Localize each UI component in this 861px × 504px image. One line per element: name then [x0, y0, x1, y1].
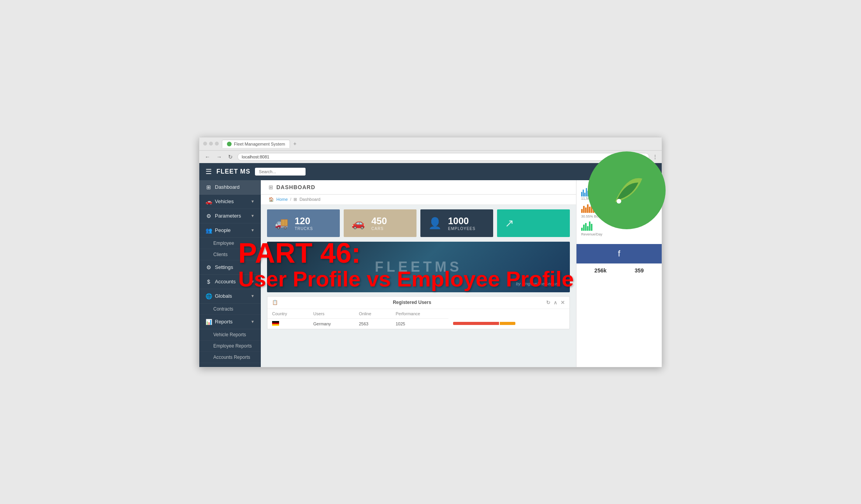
sidebar-item-parameters[interactable]: ⚙ Parameters ▼	[199, 209, 261, 223]
germany-country-name: Germany	[313, 321, 331, 326]
sidebar-item-label-globals: Globals	[215, 293, 248, 299]
fleetms-banner: FLEETMS by KingsonTheGenius	[267, 242, 570, 292]
sidebar-sub-item-clients[interactable]: Clients	[199, 249, 261, 260]
sidebar-sub-item-accounts-reports[interactable]: Accounts Reports	[199, 352, 261, 363]
sidebar-sub-item-employee-reports[interactable]: Employee Reports	[199, 341, 261, 352]
cars-icon: 🚗	[351, 217, 365, 230]
facebook-stats: 256k 359	[576, 263, 662, 277]
browser-dot-min[interactable]	[209, 142, 213, 146]
tab-favicon	[227, 142, 232, 146]
trucks-label: TRUCKS	[295, 227, 313, 231]
users-cell: Germany	[309, 318, 354, 329]
home-icon: 🏠	[269, 197, 274, 202]
accounts-reports-label: Accounts Reports	[213, 355, 250, 360]
bounce-bar-1	[581, 209, 583, 213]
breadcrumb-home[interactable]: Home	[276, 197, 288, 202]
nav-refresh-button[interactable]: ↻	[227, 153, 234, 161]
perf-bar-yellow	[500, 322, 515, 325]
reports-arrow-icon: ▼	[251, 320, 255, 324]
nav-forward-button[interactable]: →	[215, 153, 223, 161]
sidebar-item-globals[interactable]: 🌐 Globals ▼	[199, 289, 261, 304]
sidebar-item-people[interactable]: 👥 People ▼	[199, 223, 261, 238]
clients-label: Clients	[213, 252, 228, 257]
bounce-bar-3	[585, 207, 587, 213]
hamburger-icon[interactable]: ☰	[206, 167, 212, 176]
tab-add-button[interactable]: +	[293, 140, 296, 147]
sidebar-item-vehicles[interactable]: 🚗 Vehicles ▼	[199, 195, 261, 209]
search-input[interactable]	[255, 168, 306, 176]
settings-icon: ⚙	[206, 264, 212, 270]
facebook-panel[interactable]: f	[576, 244, 662, 263]
widget-close-icon[interactable]: ✕	[561, 300, 565, 306]
sidebar-item-accounts[interactable]: $ Accounts ▼	[199, 275, 261, 289]
dashboard-header-icon: ⊞	[269, 184, 273, 190]
col-country: Country	[267, 309, 309, 319]
employees-icon: 👤	[428, 217, 442, 230]
browser-tab[interactable]: Fleet Management System	[222, 140, 290, 148]
table-row: Germany 2563 1025	[267, 318, 569, 329]
widget-refresh-icon[interactable]: ↻	[546, 300, 550, 306]
stat-card-fourth[interactable]: ↗	[497, 209, 570, 237]
widget-header: 📋 Registered Users ↻ ∧ ✕	[267, 297, 569, 309]
sidebar-sub-item-vehicle-reports[interactable]: Vehicle Reports	[199, 329, 261, 341]
fb-likes-value: 256k	[594, 267, 606, 274]
widget-actions: ↻ ∧ ✕	[546, 300, 565, 306]
main-header: ⊞ DASHBOARD	[261, 180, 576, 195]
sidebar-item-dashboard[interactable]: ⊞ Dashboard	[199, 180, 261, 195]
browser-titlebar: Fleet Management System +	[199, 137, 662, 151]
sidebar-sub-item-employee[interactable]: Employee	[199, 238, 261, 249]
sidebar-item-reports[interactable]: 📊 Reports ▼	[199, 315, 261, 329]
stat-card-employees[interactable]: 👤 1000 EMPLOYEES	[420, 209, 493, 237]
globals-icon: 🌐	[206, 293, 212, 299]
registered-users-table: Country Users Online Performance	[267, 309, 569, 329]
banner-subtitle: by KingsonTheGenius	[516, 281, 558, 286]
germany-online: 1025	[395, 321, 405, 326]
mini-bar-4	[586, 188, 587, 197]
stat-card-cars[interactable]: 🚗 450 CARS	[344, 209, 416, 237]
trucks-value: 120	[295, 216, 313, 227]
cars-label: CARS	[371, 227, 387, 231]
perf-container	[453, 322, 515, 325]
col-online: Online	[354, 309, 391, 319]
perf-bar-red	[453, 322, 499, 325]
main-content: ⊞ DASHBOARD 🏠 Home / ⊞ Dashboard 🚚	[261, 180, 576, 367]
sidebar-item-label-people: People	[215, 227, 248, 233]
employees-label: EMPLOYEES	[448, 227, 476, 231]
app-wrapper: ☰ FLEET MS KingsonTheGenius ▾ ⊞ Dashboar…	[199, 163, 662, 367]
browser-dot-max[interactable]	[215, 142, 219, 146]
banner-text: FLEETMS	[375, 259, 462, 275]
perf-bar-cell	[448, 318, 569, 329]
sidebar-item-label-dashboard: Dashboard	[215, 184, 255, 190]
reports-icon: 📊	[206, 319, 212, 325]
fb-shares-value: 359	[635, 267, 644, 274]
sidebar-item-label-parameters: Parameters	[215, 213, 248, 219]
col-users: Users	[309, 309, 354, 319]
stats-row: 🚚 120 TRUCKS 🚗 450 CARS	[261, 205, 576, 242]
vehicles-icon: 🚗	[206, 198, 212, 205]
leaf-svg	[603, 167, 650, 214]
browser-dots	[203, 142, 219, 146]
germany-flag	[272, 321, 279, 326]
registered-users-widget: 📋 Registered Users ↻ ∧ ✕ Country User	[267, 296, 570, 329]
browser-dot-close[interactable]	[203, 142, 207, 146]
spring-circle	[588, 151, 666, 229]
col-performance: Performance	[391, 309, 448, 319]
employee-label: Employee	[213, 241, 234, 246]
people-arrow-icon: ▼	[251, 228, 255, 232]
stat-card-trucks[interactable]: 🚚 120 TRUCKS	[267, 209, 340, 237]
germany-users: 2563	[359, 321, 368, 326]
tab-title: Fleet Management System	[234, 142, 285, 146]
sidebar-sub-item-contracts[interactable]: Contracts	[199, 304, 261, 315]
sidebar-item-label-reports: Reports	[215, 319, 248, 325]
mini-bar-1	[581, 192, 582, 197]
perf-cell: 1025	[391, 318, 448, 329]
page-title: DASHBOARD	[276, 184, 315, 190]
employee-reports-label: Employee Reports	[213, 343, 252, 349]
bounce-bar-2	[583, 206, 585, 213]
widget-expand-icon[interactable]: ∧	[554, 300, 557, 306]
nav-back-button[interactable]: ←	[203, 153, 212, 161]
sidebar-item-label-accounts: Accounts	[215, 279, 248, 284]
sidebar-item-settings[interactable]: ⚙ Settings	[199, 260, 261, 275]
cars-value: 450	[371, 216, 387, 227]
globals-arrow-icon: ▼	[251, 294, 255, 298]
